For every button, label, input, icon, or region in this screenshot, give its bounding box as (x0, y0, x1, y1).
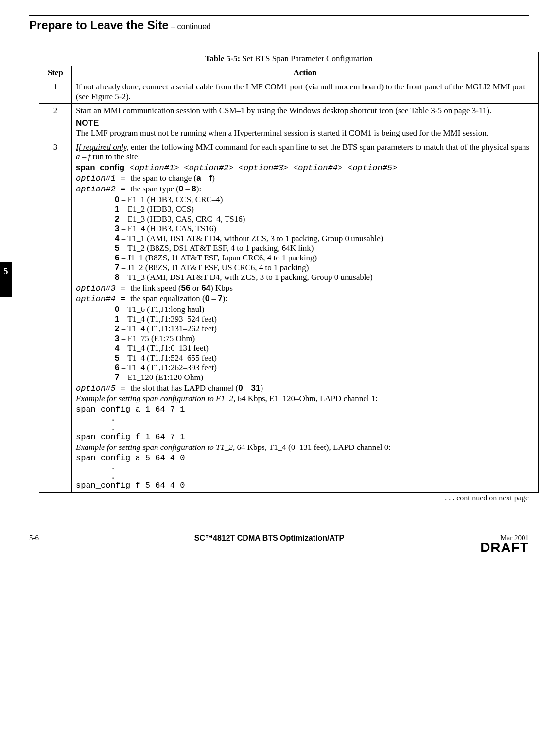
option1-line: option#1 = the span to change (a – f) (76, 173, 534, 183)
table-header-row: Step Action (39, 66, 539, 80)
page-title: Prepare to Leave the Site (29, 18, 169, 32)
option2-line: option#2 = the span type (0 – 8): (76, 184, 534, 194)
option4-hi: 7 (218, 294, 222, 303)
option4-close: ): (223, 294, 227, 303)
step-action: If required only, enter the following MM… (72, 140, 539, 493)
list-item-text: – E1_2 (HDB3, CCS) (119, 205, 193, 214)
list-item-text: – J1_2 (B8ZS, J1 AT&T ESF, US CRC6, 4 to… (119, 263, 309, 272)
config-table: Table 5-5: Set BTS Span Parameter Config… (39, 52, 539, 493)
step-action: If not already done, connect a serial ca… (72, 80, 539, 104)
option3-text-b: ) Kbps (210, 283, 233, 292)
chapter-tab-number: 5 (0, 262, 12, 280)
list-item: 7 – J1_2 (B8ZS, J1 AT&T ESF, US CRC6, 4 … (115, 263, 534, 273)
list-item-text: – J1_1 (B8ZS, J1 AT&T ESF, Japan CRC6, 4… (119, 253, 317, 262)
table-caption-text: Set BTS Span Parameter Configuration (240, 54, 372, 63)
option1-eq: = (116, 174, 131, 183)
option5-hi: 31 (251, 383, 261, 393)
continued-note: . . . continued on next page (29, 494, 529, 502)
option4-text: the span equalization ( (130, 294, 205, 303)
code-line: . (76, 463, 534, 472)
option3-56: 56 (181, 283, 191, 292)
example2-italic: Example for setting span configuration t… (76, 443, 233, 452)
list-item-text: – T1_4 (T1,J1:524–655 feet) (119, 353, 216, 362)
option5-eq: = (116, 384, 131, 393)
option3-text-a: the link speed ( (130, 283, 181, 292)
list-item: 2 – E1_3 (HDB3, CAS, CRC–4, TS16) (115, 214, 534, 224)
example1-heading: Example for setting span configuration t… (76, 394, 534, 404)
example1-italic: Example for setting span configuration t… (76, 394, 233, 403)
list-item: 5 – T1_4 (T1,J1:524–655 feet) (115, 353, 534, 363)
step-action: Start an MMI communication session with … (72, 104, 539, 140)
list-item-text: – T1_3 (AMI, DS1 AT&T D4, with ZCS, 3 to… (119, 273, 372, 282)
option5-dash: – (243, 383, 251, 393)
chapter-tab-block (0, 280, 12, 297)
example2-heading: Example for setting span configuration t… (76, 443, 534, 452)
option2-lo: 0 (179, 184, 183, 193)
option4-lo: 0 (205, 294, 209, 303)
intro-span-range: a – f (76, 152, 90, 161)
list-item: 0 – T1_6 (T1,J1:long haul) (115, 305, 534, 314)
option2-items: 0 – E1_1 (HDB3, CCS, CRC–4)1 – E1_2 (HDB… (76, 195, 534, 282)
option4-dash: – (209, 294, 218, 303)
option1-dash: – (201, 173, 209, 183)
list-item: 1 – E1_2 (HDB3, CCS) (115, 205, 534, 214)
table-row: 3 If required only, enter the following … (39, 140, 539, 493)
table-caption-row: Table 5-5: Set BTS Span Parameter Config… (39, 52, 539, 66)
col-step-header: Step (39, 66, 72, 80)
step3-intro: If required only, enter the following MM… (76, 142, 534, 162)
code-line: span_config a 1 64 7 1 (76, 405, 534, 414)
command-line: span_config <option#1> <option#2> <optio… (76, 163, 534, 172)
list-item-text: – E1_4 (HDB3, CAS, TS16) (119, 224, 216, 233)
option5-text-a: the slot that has LAPD channel ( (130, 383, 238, 393)
option3-64: 64 (201, 283, 210, 292)
list-item-text: – T1_1 (AMI, DS1 AT&T D4, without ZCS, 3… (119, 234, 383, 243)
header-rule (29, 15, 529, 16)
page-number: 5-6 (29, 534, 68, 542)
option2-hi: 8 (192, 184, 196, 193)
code-line: . (76, 414, 534, 423)
step-number: 1 (39, 80, 72, 104)
option2-dash: – (183, 184, 192, 193)
code-line: . (76, 472, 534, 481)
page-title-continued: – continued (169, 22, 211, 31)
option3-lhs: option#3 (76, 284, 116, 293)
list-item-text: – E1_75 (E1:75 Ohm) (119, 334, 195, 343)
option2-text: the span type ( (130, 184, 179, 193)
option2-close: ): (196, 184, 201, 193)
list-item-text: – E1_120 (E1:120 Ohm) (119, 373, 203, 382)
example1-rest: , 64 Kbps, E1_120–Ohm, LAPD channel 1: (233, 394, 378, 403)
option3-or: or (191, 283, 202, 292)
option1-lhs: option#1 (76, 174, 116, 183)
table-row: 1 If not already done, connect a serial … (39, 80, 539, 104)
option1-close: ) (212, 173, 215, 183)
option4-line: option#4 = the span equalization (0 – 7)… (76, 294, 534, 304)
option1-text: the span to change ( (130, 173, 196, 183)
list-item: 6 – T1_4 (T1,J1:262–393 feet) (115, 363, 534, 373)
list-item: 1 – T1_4 (T1,J1:393–524 feet) (115, 314, 534, 324)
option1-a: a (196, 173, 201, 183)
intro-text-b: run to the site: (90, 152, 140, 161)
option5-lhs: option#5 (76, 384, 116, 393)
page-footer: 5-6 SC™4812T CDMA BTS Optimization/ATP M… (29, 532, 529, 543)
example1-lines: span_config a 1 64 7 1 . .span_config f … (76, 405, 534, 442)
example2-lines: span_config a 5 64 4 0 . .span_config f … (76, 453, 534, 490)
option4-eq: = (116, 294, 131, 304)
list-item: 0 – E1_1 (HDB3, CCS, CRC–4) (115, 195, 534, 205)
table-row: 2 Start an MMI communication session wit… (39, 104, 539, 140)
list-item-text: – T1_4 (T1,J1:262–393 feet) (119, 363, 216, 372)
option2-lhs: option#2 (76, 185, 116, 194)
table-caption: Table 5-5: Set BTS Span Parameter Config… (39, 52, 539, 66)
option4-lhs: option#4 (76, 294, 116, 304)
page-header: Prepare to Leave the Site – continued (29, 18, 529, 32)
code-line: span_config f 1 64 7 1 (76, 432, 534, 442)
list-item: 3 – E1_75 (E1:75 Ohm) (115, 334, 534, 344)
note-heading: NOTE (76, 119, 534, 128)
list-item: 3 – E1_4 (HDB3, CAS, TS16) (115, 224, 534, 234)
list-item: 6 – J1_1 (B8ZS, J1 AT&T ESF, Japan CRC6,… (115, 253, 534, 263)
note-body: The LMF program must not be running when… (76, 128, 534, 138)
step-number: 2 (39, 104, 72, 140)
option3-line: option#3 = the link speed (56 or 64) Kbp… (76, 283, 534, 293)
list-item: 4 – T1_4 (T1,J1:0–131 feet) (115, 344, 534, 353)
step2-line1: Start an MMI communication session with … (76, 106, 534, 116)
example2-rest: , 64 Kbps, T1_4 (0–131 feet), LAPD chann… (233, 443, 391, 452)
